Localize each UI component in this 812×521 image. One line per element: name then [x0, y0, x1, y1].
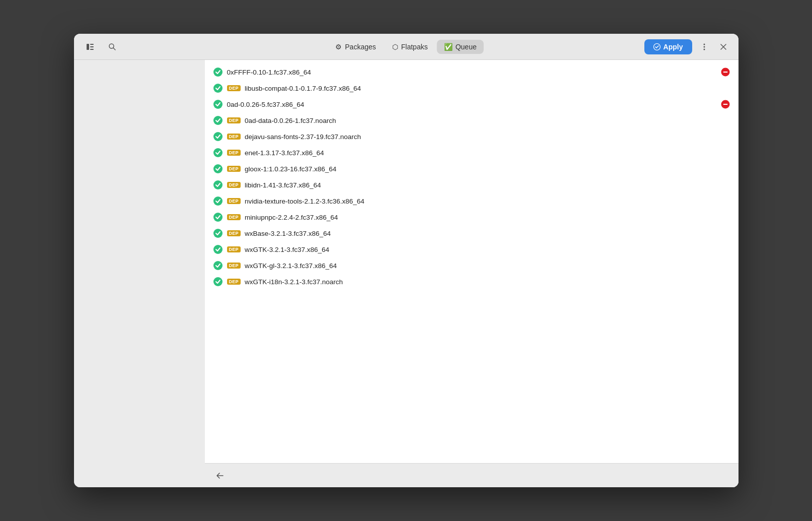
- package-name: gloox-1:1.0.23-16.fc37.x86_64: [245, 165, 730, 173]
- search-button[interactable]: [104, 39, 120, 55]
- search-icon: [108, 43, 116, 51]
- svg-point-19: [213, 116, 223, 125]
- svg-point-7: [703, 43, 705, 45]
- package-name: wxGTK-i18n-3.2.1-3.fc37.noarch: [245, 278, 730, 286]
- apply-button[interactable]: Apply: [644, 39, 692, 54]
- dep-badge: DEP: [227, 150, 241, 156]
- main-panel: 0xFFFF-0.10-1.fc37.x86_64 DEPlibusb-comp…: [205, 60, 739, 487]
- svg-point-22: [213, 164, 223, 173]
- flatpaks-tab-label: Flatpaks: [401, 43, 428, 51]
- svg-point-9: [703, 48, 705, 50]
- svg-rect-3: [90, 49, 94, 50]
- check-icon: [213, 228, 223, 238]
- svg-point-27: [213, 245, 223, 254]
- tab-queue[interactable]: ✅ Queue: [437, 40, 484, 54]
- apply-icon: [653, 43, 660, 50]
- check-icon: [213, 132, 223, 142]
- packages-tab-label: Packages: [345, 43, 376, 51]
- close-icon: [720, 44, 726, 50]
- sidebar: [74, 60, 205, 487]
- package-name: 0ad-0.0.26-5.fc37.x86_64: [227, 101, 716, 108]
- dep-badge: DEP: [227, 279, 241, 285]
- check-icon: [213, 196, 223, 206]
- package-name: miniupnpc-2.2.4-2.fc37.x86_64: [245, 214, 730, 221]
- menu-button[interactable]: [696, 39, 712, 55]
- svg-point-28: [213, 261, 223, 270]
- list-item: DEPgloox-1:1.0.23-16.fc37.x86_64: [205, 161, 739, 177]
- check-icon: [213, 148, 223, 158]
- dep-badge: DEP: [227, 85, 241, 91]
- package-name: libusb-compat-0.1-0.1.7-9.fc37.x86_64: [245, 85, 730, 92]
- content-area: 0xFFFF-0.10-1.fc37.x86_64 DEPlibusb-comp…: [74, 60, 739, 487]
- svg-point-8: [703, 46, 705, 47]
- package-name: wxGTK-3.2.1-3.fc37.x86_64: [245, 246, 730, 253]
- package-name: dejavu-sans-fonts-2.37-19.fc37.noarch: [245, 133, 730, 141]
- svg-line-5: [113, 48, 115, 50]
- check-icon: [213, 244, 223, 254]
- svg-point-24: [213, 197, 223, 206]
- svg-point-21: [213, 148, 223, 157]
- svg-point-29: [213, 277, 223, 286]
- tab-flatpaks[interactable]: ⬡ Flatpaks: [385, 40, 435, 54]
- dep-badge: DEP: [227, 134, 241, 140]
- list-item: DEPlibusb-compat-0.1-0.1.7-9.fc37.x86_64: [205, 80, 739, 96]
- list-item: DEPminiupnpc-2.2.4-2.fc37.x86_64: [205, 209, 739, 225]
- svg-point-20: [213, 132, 223, 141]
- titlebar: ⚙ Packages ⬡ Flatpaks ✅ Queue Apply: [74, 34, 739, 60]
- dep-badge: DEP: [227, 182, 241, 188]
- sidebar-toggle-button[interactable]: [82, 39, 98, 55]
- svg-point-16: [213, 100, 223, 109]
- flatpaks-tab-icon: ⬡: [392, 43, 398, 51]
- package-name: 0xFFFF-0.10-1.fc37.x86_64: [227, 69, 716, 76]
- check-icon: [213, 260, 223, 271]
- list-item: 0ad-0.0.26-5.fc37.x86_64: [205, 96, 739, 112]
- svg-rect-0: [87, 44, 89, 50]
- list-item: DEPnvidia-texture-tools-2.1.2-3.fc36.x86…: [205, 193, 739, 209]
- remove-button[interactable]: [720, 99, 730, 109]
- main-window: ⚙ Packages ⬡ Flatpaks ✅ Queue Apply: [74, 34, 739, 487]
- back-arrow-icon: [215, 471, 225, 480]
- check-icon: [213, 277, 223, 287]
- list-item: DEPenet-1.3.17-3.fc37.x86_64: [205, 145, 739, 161]
- dep-badge: DEP: [227, 198, 241, 204]
- menu-icon: [700, 43, 708, 51]
- package-name: nvidia-texture-tools-2.1.2-3.fc36.x86_64: [245, 198, 730, 205]
- list-item: DEPwxGTK-gl-3.2.1-3.fc37.x86_64: [205, 257, 739, 274]
- titlebar-left: [82, 39, 120, 55]
- remove-icon: [721, 68, 730, 77]
- back-button[interactable]: [213, 469, 227, 483]
- svg-point-12: [213, 68, 223, 77]
- list-item: DEP0ad-data-0.0.26-1.fc37.noarch: [205, 112, 739, 128]
- dep-badge: DEP: [227, 117, 241, 123]
- list-item: DEPdejavu-sans-fonts-2.37-19.fc37.noarch: [205, 128, 739, 145]
- apply-label: Apply: [663, 43, 683, 51]
- check-icon: [213, 83, 223, 93]
- bottom-bar: [205, 463, 739, 487]
- remove-icon: [721, 100, 730, 109]
- package-name: enet-1.3.17-3.fc37.x86_64: [245, 149, 730, 157]
- close-button[interactable]: [716, 40, 730, 54]
- list-item: DEPwxBase-3.2.1-3.fc37.x86_64: [205, 225, 739, 241]
- package-name: wxBase-3.2.1-3.fc37.x86_64: [245, 230, 730, 237]
- package-name: 0ad-data-0.0.26-1.fc37.noarch: [245, 117, 730, 124]
- remove-button[interactable]: [720, 67, 730, 77]
- queue-tab-label: Queue: [456, 43, 477, 51]
- list-item: DEPwxGTK-3.2.1-3.fc37.x86_64: [205, 241, 739, 257]
- check-icon: [213, 180, 223, 190]
- package-name: wxGTK-gl-3.2.1-3.fc37.x86_64: [245, 262, 730, 270]
- list-item: 0xFFFF-0.10-1.fc37.x86_64: [205, 64, 739, 80]
- check-icon: [213, 115, 223, 125]
- svg-point-15: [213, 84, 223, 93]
- dep-badge: DEP: [227, 214, 241, 220]
- package-list: 0xFFFF-0.10-1.fc37.x86_64 DEPlibusb-comp…: [205, 60, 739, 463]
- check-icon: [213, 164, 223, 174]
- dep-badge: DEP: [227, 246, 241, 252]
- sidebar-icon: [86, 43, 94, 51]
- tab-packages[interactable]: ⚙ Packages: [328, 40, 383, 54]
- svg-rect-2: [90, 46, 94, 47]
- svg-point-25: [213, 213, 223, 222]
- titlebar-tabs: ⚙ Packages ⬡ Flatpaks ✅ Queue: [328, 40, 483, 54]
- dep-badge: DEP: [227, 166, 241, 172]
- svg-point-23: [213, 180, 223, 189]
- dep-badge: DEP: [227, 263, 241, 269]
